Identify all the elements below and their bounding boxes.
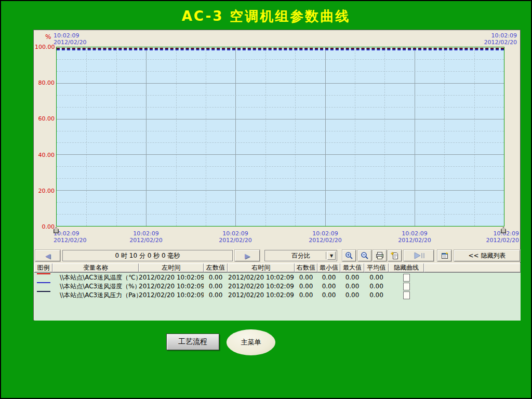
- legend-line-red: [37, 273, 50, 274]
- header-hide-curve[interactable]: 隐藏曲线: [389, 263, 424, 272]
- zoom-in-magnifier-icon: [345, 251, 353, 260]
- dropdown-arrow-icon[interactable]: ▼: [327, 251, 336, 260]
- header-max-value[interactable]: 最大值: [340, 263, 364, 272]
- display-mode-dropdown[interactable]: 百分比 ▼: [264, 250, 337, 261]
- table-row[interactable]: \\本站点\AC3送风压力（Pa） 2012/02/20 10:02:09 0.…: [34, 291, 521, 300]
- right-time: 2012/02/20 10:02:09: [228, 273, 295, 282]
- y-tick-label: 100.00: [35, 44, 55, 50]
- zoom-in-button[interactable]: [342, 250, 356, 261]
- left-time: 2012/02/20 10:02:09: [139, 273, 204, 282]
- grid-vline-major: [325, 47, 326, 226]
- hide-curve-checkbox[interactable]: [403, 291, 410, 299]
- play-pause-icon: [412, 252, 425, 259]
- grid-vline-minor: [355, 47, 355, 226]
- var-name: \\本站点\AC3送风湿度（%）: [52, 282, 139, 291]
- grid-hline-major: [57, 154, 504, 155]
- step-back-arrow-icon: ◀: [45, 252, 50, 260]
- header-avg-value[interactable]: 平均值: [364, 263, 389, 272]
- play-pause-button[interactable]: [404, 250, 434, 261]
- page-title: AC-3 空调机组参数曲线: [1, 7, 531, 25]
- variable-table-body: \\本站点\AC3送风温度（℃） 2012/02/20 10:02:09 0.0…: [34, 272, 521, 321]
- plot-start-timestamp: 10:02:09 2012/02/20: [54, 32, 86, 46]
- left-value: 0.00: [204, 291, 228, 300]
- y-tick-label: 40.00: [35, 152, 55, 158]
- trend-plot-area[interactable]: [56, 47, 504, 227]
- end-time: 10:02:09: [484, 32, 517, 39]
- trend-toolbar: ◀ 0 时 10 分 0 秒 0 毫秒 ▶ 百分比 ▼: [34, 249, 521, 262]
- right-value: 0.00: [295, 282, 317, 291]
- header-right-time[interactable]: 右时间: [228, 263, 295, 272]
- step-back-button[interactable]: ◀: [35, 250, 60, 261]
- right-cursor-handle[interactable]: [501, 227, 506, 233]
- grid-vline-minor: [384, 47, 385, 226]
- header-right-value[interactable]: 右数值: [295, 263, 317, 272]
- grid-vline-minor: [176, 47, 177, 226]
- hide-list-button[interactable]: << 隐藏列表: [454, 250, 520, 261]
- grid-hline-minor: [57, 142, 504, 143]
- new-report-document-icon: [391, 251, 399, 260]
- hmi-screen: AC-3 空调机组参数曲线 % 10:02:09 2012/02/20 10:0…: [0, 0, 532, 399]
- grid-hline-minor: [57, 131, 504, 131]
- print-button[interactable]: [373, 250, 387, 261]
- time-span-field[interactable]: 0 时 10 分 0 秒 0 毫秒: [62, 250, 233, 261]
- grid-hline-minor: [57, 214, 504, 215]
- y-axis-unit: %: [45, 33, 51, 41]
- avg-value: 0.00: [364, 273, 389, 282]
- start-time: 10:02:09: [54, 32, 86, 39]
- header-left-time[interactable]: 左时间: [139, 263, 204, 272]
- left-time: 2012/02/20 10:02:09: [139, 291, 204, 300]
- hide-curve-checkbox[interactable]: [403, 274, 410, 282]
- trend-curve: [57, 49, 504, 50]
- trend-curve: [57, 48, 504, 49]
- header-left-value[interactable]: 左数值: [204, 263, 228, 272]
- left-value: 0.00: [204, 273, 228, 282]
- zoom-out-magnifier-icon: [361, 251, 369, 260]
- header-legend[interactable]: 图例: [34, 263, 52, 272]
- step-forward-arrow-icon: ▶: [245, 252, 250, 260]
- y-tick-label: 0.00: [35, 223, 55, 230]
- grid-vline-minor: [86, 47, 87, 226]
- grid-hline-minor: [57, 178, 504, 179]
- variable-table-header: 图例 变量名称 左时间 左数值 右时间 右数值 最小值 最大值 平均值 隐藏曲线: [34, 263, 521, 272]
- end-date: 2012/02/20: [484, 39, 517, 46]
- left-value: 0.00: [204, 282, 228, 291]
- grid-hline-minor: [57, 202, 504, 203]
- trend-panel: % 10:02:09 2012/02/20 10:02:09 2012/02/2…: [33, 30, 521, 321]
- step-forward-button[interactable]: ▶: [235, 250, 260, 261]
- max-value: 0.00: [340, 273, 364, 282]
- main-menu-button[interactable]: 主菜单: [227, 329, 275, 355]
- avg-value: 0.00: [364, 282, 389, 291]
- grid-hline-minor: [57, 107, 504, 108]
- plot-end-timestamp: 10:02:09 2012/02/20: [484, 32, 517, 46]
- grid-vline-minor: [116, 47, 117, 226]
- legend-line-blue: [37, 282, 50, 283]
- y-tick-label: 80.00: [35, 79, 55, 86]
- min-value: 0.00: [317, 291, 340, 300]
- printer-icon: [376, 251, 384, 260]
- grid-vline-minor: [265, 47, 266, 226]
- right-value: 0.00: [295, 291, 317, 300]
- table-row[interactable]: \\本站点\AC3送风湿度（%） 2012/02/20 10:02:09 0.0…: [34, 282, 521, 291]
- dropdown-separator: [326, 252, 326, 259]
- max-value: 0.00: [340, 291, 364, 300]
- header-min-value[interactable]: 最小值: [317, 263, 340, 272]
- var-name: \\本站点\AC3送风压力（Pa）: [52, 291, 139, 300]
- x-tick-label: 10:02:09 2012/02/20: [294, 230, 356, 244]
- x-tick-label: 10:02:09 2012/02/20: [115, 230, 177, 244]
- header-var-name[interactable]: 变量名称: [52, 263, 139, 272]
- zoom-out-button[interactable]: [358, 250, 371, 261]
- table-row[interactable]: \\本站点\AC3送风温度（℃） 2012/02/20 10:02:09 0.0…: [34, 273, 521, 282]
- x-tick-label: 10:02:09 2012/02/20: [204, 230, 267, 244]
- grid-vline-minor: [444, 47, 445, 226]
- grid-hline-minor: [57, 59, 504, 60]
- min-value: 0.00: [317, 273, 340, 282]
- report-settings-button[interactable]: [437, 250, 451, 261]
- process-flow-button[interactable]: 工艺流程: [166, 334, 219, 350]
- grid-hline-minor: [57, 95, 504, 96]
- hide-curve-checkbox[interactable]: [403, 283, 410, 290]
- avg-value: 0.00: [364, 291, 389, 300]
- header-filler: [424, 263, 521, 272]
- y-tick-label: 20.00: [35, 188, 55, 194]
- new-report-button[interactable]: [388, 250, 402, 261]
- x-tick-label: 10:02:09 2012/02/20: [383, 230, 446, 244]
